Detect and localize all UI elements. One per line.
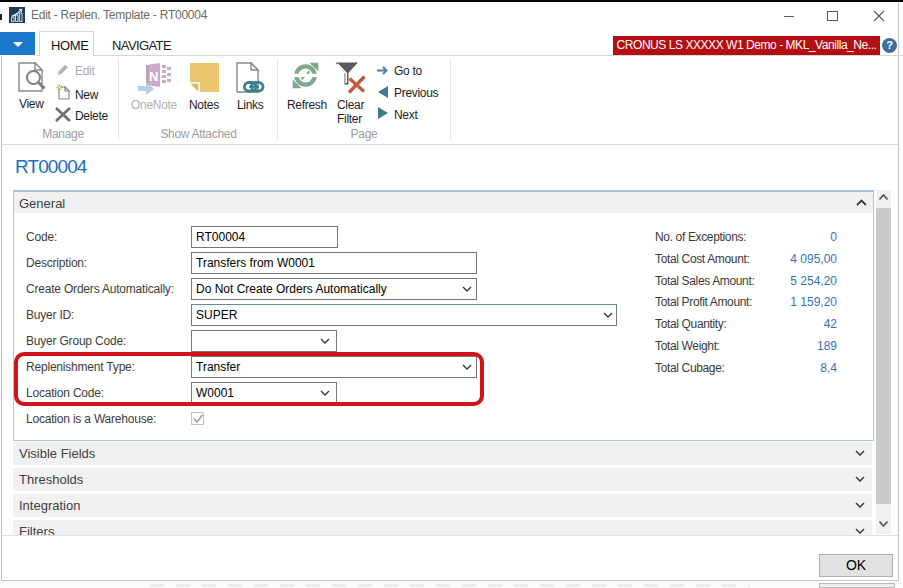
svg-text:N: N [149, 69, 158, 84]
